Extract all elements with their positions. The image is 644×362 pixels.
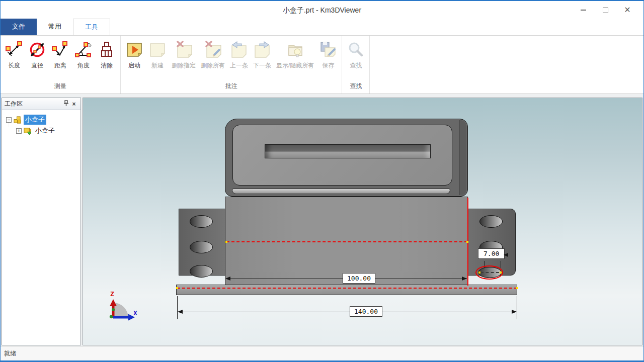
length-icon xyxy=(5,41,23,59)
distance-label: 距离 xyxy=(54,61,66,70)
window-controls: ✕ xyxy=(572,1,638,19)
dim-7-arrow xyxy=(504,253,508,257)
model-base-plate xyxy=(176,285,517,295)
hole xyxy=(190,241,213,253)
minimize-button[interactable] xyxy=(572,3,594,18)
annotation-prev-label: 上一条 xyxy=(230,61,248,70)
window-title: 小盒子.prt - Km3DViewer xyxy=(1,1,643,19)
annotation-new-button[interactable]: 新建 xyxy=(146,40,169,71)
group-label-find: 查找 xyxy=(344,80,367,94)
find-label: 查找 xyxy=(350,61,362,70)
note-showhide-icon xyxy=(286,41,304,59)
clear-icon xyxy=(98,41,116,59)
note-delete-icon xyxy=(175,41,193,59)
ribbon: 长度 直径 xyxy=(1,36,643,94)
annotation-delete-all-label: 删除所有 xyxy=(201,61,225,70)
tree-row-part[interactable]: + 小盒子 xyxy=(3,125,79,136)
model-lid xyxy=(225,119,468,197)
model-lid-lip xyxy=(232,189,450,194)
workspace-panel: 工作区 × − xyxy=(2,98,81,345)
clear-button[interactable]: 清除 xyxy=(95,40,118,71)
annotation-save-button[interactable]: 保存 xyxy=(316,40,340,71)
ribbon-tab-row: 文件 常用 工具 xyxy=(1,19,643,36)
clear-label: 清除 xyxy=(101,61,113,70)
find-icon xyxy=(347,41,365,59)
endpoint-dot xyxy=(516,287,518,289)
ribbon-group-find: 查找 查找 xyxy=(342,36,370,94)
dim-140-arrow-left xyxy=(178,310,183,314)
measure-dashed-mid-line xyxy=(226,241,467,242)
maximize-button[interactable] xyxy=(594,3,616,18)
note-new-icon xyxy=(148,41,167,59)
tree-item-assembly[interactable]: 小盒子 xyxy=(24,115,46,125)
dim-140-ext-left xyxy=(177,296,178,319)
annotation-next-label: 下一条 xyxy=(253,61,271,70)
assembly-icon xyxy=(13,116,22,124)
status-text: 就绪 xyxy=(4,349,16,358)
diameter-button[interactable]: 直径 xyxy=(26,40,49,71)
hole xyxy=(479,215,503,228)
dim-140-arrow-right xyxy=(512,310,517,314)
workspace-title: 工作区 xyxy=(5,100,62,108)
endpoint-dot xyxy=(500,272,502,274)
annotation-start-label: 启动 xyxy=(128,61,140,70)
annotation-next-button[interactable]: 下一条 xyxy=(251,40,274,71)
workspace-tree: − 小盒子 + xyxy=(2,110,80,140)
close-icon: ✕ xyxy=(624,6,630,14)
distance-icon xyxy=(51,41,69,59)
angle-label: 角度 xyxy=(77,61,90,70)
group-label-annotation: 批注 xyxy=(123,80,340,94)
dim-100-arrow-left xyxy=(225,277,230,281)
viewport-3d[interactable]: 100.00 140.00 7.00 xyxy=(83,98,642,345)
annotation-delete-button[interactable]: 删除指定 xyxy=(169,40,198,71)
x-axis-label: X xyxy=(133,309,137,317)
model-handle-slot xyxy=(265,144,431,158)
measure-dashed-bottom-line xyxy=(177,288,517,289)
title-bar: 小盒子.prt - Km3DViewer ✕ xyxy=(1,1,643,19)
pin-icon xyxy=(63,100,69,107)
note-start-icon xyxy=(125,41,143,59)
note-next-icon xyxy=(253,41,271,59)
tab-home[interactable]: 常用 xyxy=(37,19,73,35)
note-save-icon xyxy=(319,41,337,59)
dim-7-leader-right xyxy=(501,261,501,268)
hole xyxy=(190,265,213,278)
endpoint-dot xyxy=(176,287,178,289)
distance-button[interactable]: 距离 xyxy=(49,40,72,71)
expand-expander[interactable]: + xyxy=(16,128,22,134)
status-bar: 就绪 xyxy=(1,346,643,360)
annotation-showhide-button[interactable]: 显示/隐藏所有 xyxy=(274,40,316,71)
maximize-icon xyxy=(603,8,608,13)
annotation-showhide-label: 显示/隐藏所有 xyxy=(276,61,314,70)
pin-button[interactable] xyxy=(62,100,70,108)
panel-close-button[interactable]: × xyxy=(70,101,78,108)
note-prev-icon xyxy=(230,41,248,59)
angle-button[interactable]: 角度 xyxy=(72,40,95,71)
annotation-delete-all-button[interactable]: 删除所有 xyxy=(198,40,227,71)
dim-140-label[interactable]: 140.00 xyxy=(350,306,382,317)
hole-center-dash xyxy=(480,272,499,273)
annotation-delete-label: 删除指定 xyxy=(172,61,196,70)
annotation-prev-button[interactable]: 上一条 xyxy=(227,40,251,71)
ribbon-group-annotation: 启动 新建 删 xyxy=(121,36,342,94)
dim-100-arrow-right xyxy=(462,277,467,281)
tab-file[interactable]: 文件 xyxy=(1,19,37,35)
dim-7-label[interactable]: 7.00 xyxy=(478,248,505,259)
model-lid-side-face xyxy=(459,120,466,195)
diameter-label: 直径 xyxy=(31,61,43,70)
collapse-expander[interactable]: − xyxy=(6,117,12,123)
tree-item-part[interactable]: 小盒子 xyxy=(34,126,56,136)
tree-row-root[interactable]: − 小盒子 xyxy=(3,114,79,125)
close-button[interactable]: ✕ xyxy=(616,3,638,18)
length-button[interactable]: 长度 xyxy=(3,40,26,71)
ribbon-group-measure: 长度 直径 xyxy=(1,36,121,94)
annotation-start-button[interactable]: 启动 xyxy=(123,40,146,71)
tab-tools[interactable]: 工具 xyxy=(73,19,110,35)
z-axis-label: Z xyxy=(110,290,114,298)
coordinate-triad xyxy=(103,297,143,324)
find-button[interactable]: 查找 xyxy=(344,40,367,71)
length-label: 长度 xyxy=(8,61,20,70)
minimize-icon xyxy=(581,10,586,11)
dim-100-label[interactable]: 100.00 xyxy=(343,273,375,284)
app-window: 小盒子.prt - Km3DViewer ✕ 文件 常用 工具 xyxy=(0,0,644,362)
